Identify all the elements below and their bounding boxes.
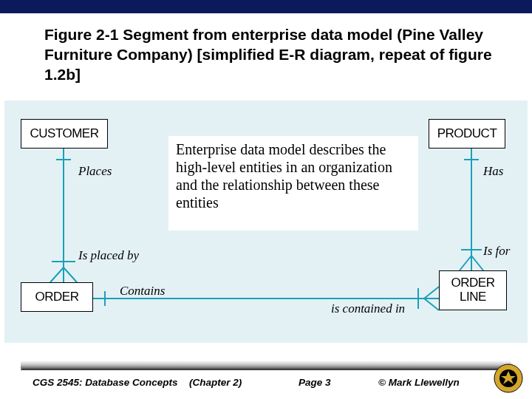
footer-divider — [21, 369, 511, 370]
ucf-logo-icon — [494, 364, 523, 393]
entity-order-line-l2: LINE — [451, 290, 495, 304]
rel-places: Places — [78, 164, 112, 179]
slide: Figure 2-1 Segment from enterprise data … — [0, 0, 532, 399]
footer-copyright: © Mark Llewellyn — [378, 377, 460, 388]
figure-heading: Figure 2-1 Segment from enterprise data … — [44, 25, 495, 85]
entity-order: ORDER — [21, 282, 93, 312]
rel-is-for: Is for — [483, 244, 510, 259]
callout-text: Enterprise data model describes the high… — [168, 136, 418, 231]
footer-gradient-bar — [21, 361, 511, 369]
rel-has: Has — [483, 164, 503, 179]
entity-order-line-l1: ORDER — [451, 276, 495, 290]
entity-order-line: ORDER LINE — [439, 270, 507, 310]
top-bar — [0, 0, 532, 13]
er-diagram: CUSTOMER PRODUCT ORDER ORDER LINE Places… — [4, 100, 528, 343]
footer-page: Page 3 — [299, 377, 331, 388]
rel-is-placed-by: Is placed by — [78, 248, 139, 263]
entity-customer: CUSTOMER — [21, 119, 108, 149]
footer-chapter: (Chapter 2) — [189, 377, 242, 388]
rel-is-contained-in: is contained in — [331, 301, 405, 316]
rel-contains: Contains — [120, 284, 165, 299]
entity-product: PRODUCT — [429, 119, 505, 149]
footer: CGS 2545: Database Concepts (Chapter 2) … — [0, 361, 532, 399]
footer-course: CGS 2545: Database Concepts — [33, 377, 178, 388]
